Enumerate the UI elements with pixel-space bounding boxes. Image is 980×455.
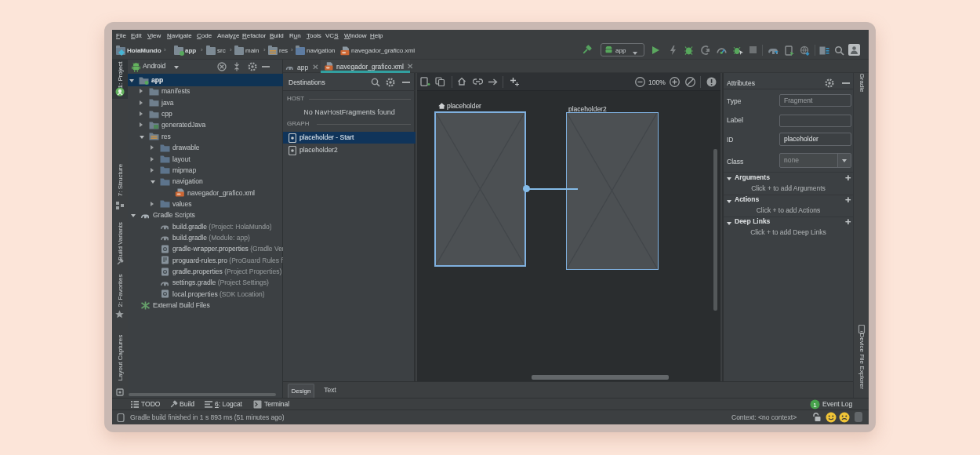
svg-text:1: 1 bbox=[813, 402, 817, 409]
